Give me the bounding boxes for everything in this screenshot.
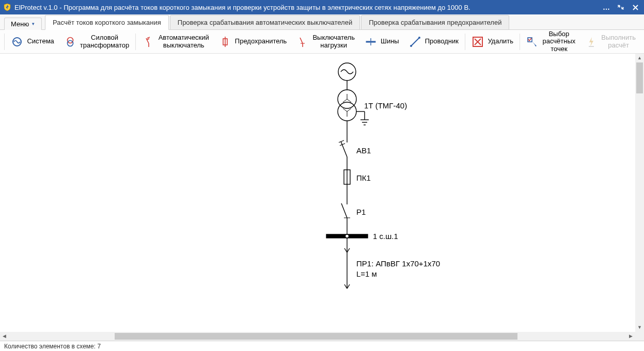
fuse-icon xyxy=(219,36,231,47)
canvas-area: 1Т (ТМГ-40) АВ1 ПК1 Р1 1 с.ш.1 ПР1: АПвВ… xyxy=(0,54,644,341)
maximize-button[interactable] xyxy=(617,4,624,11)
system-icon xyxy=(11,36,23,47)
tool-calc-points-label: Выбор расчётных точек xyxy=(542,30,575,53)
schematic-canvas[interactable]: 1Т (ТМГ-40) АВ1 ПК1 Р1 1 с.ш.1 ПР1: АПвВ… xyxy=(0,54,635,332)
svg-line-13 xyxy=(411,38,419,46)
svg-line-36 xyxy=(341,203,347,218)
label-cable-2: L=1 м xyxy=(356,269,377,278)
tool-run-calc: Выполнить расчёт xyxy=(580,32,641,51)
tool-bus[interactable]: Шины xyxy=(360,34,404,50)
svg-line-8 xyxy=(300,38,303,43)
tool-transformer[interactable]: Силовой трансформатор xyxy=(59,32,134,51)
chevron-down-icon: ▼ xyxy=(31,22,35,26)
tool-system[interactable]: Система xyxy=(6,34,59,50)
scroll-up-arrow[interactable]: ▲ xyxy=(635,54,644,62)
tool-load-switch-label: Выключатель нагрузки xyxy=(312,34,355,49)
menu-button[interactable]: Меню ▼ xyxy=(4,18,42,30)
bus-icon xyxy=(365,36,376,47)
tool-conductor[interactable]: Проводник xyxy=(404,34,464,50)
svg-rect-11 xyxy=(366,41,376,42)
vscroll-thumb[interactable] xyxy=(636,62,643,93)
label-fuse: ПК1 xyxy=(356,173,371,182)
tabs: Расчёт токов короткого замыкания Проверк… xyxy=(45,14,510,29)
window-title: ElProtect v.1.0 - Программа для расчёта … xyxy=(14,4,603,11)
tool-breaker[interactable]: Автоматический выключатель xyxy=(138,32,214,51)
scroll-corner xyxy=(635,332,644,341)
status-text: Количество элементов в схеме: 7 xyxy=(4,343,101,350)
horizontal-scrollbar[interactable]: ◀ ▶ xyxy=(0,332,635,341)
scroll-left-arrow[interactable]: ◀ xyxy=(0,332,9,341)
breaker-icon xyxy=(143,36,154,47)
conductor-icon xyxy=(410,36,421,47)
label-breaker: АВ1 xyxy=(356,146,371,155)
titlebar: ElProtect v.1.0 - Программа для расчёта … xyxy=(0,0,644,14)
tool-calc-points[interactable]: Выбор расчётных точек xyxy=(522,28,580,55)
calc-points-icon xyxy=(527,36,538,47)
tool-bus-label: Шины xyxy=(381,38,399,45)
tool-load-switch[interactable]: Выключатель нагрузки xyxy=(292,32,360,51)
app-icon xyxy=(3,3,11,11)
tool-delete-label: Удалить xyxy=(488,38,513,45)
scroll-right-arrow[interactable]: ▶ xyxy=(626,332,635,341)
svg-point-14 xyxy=(410,45,412,47)
label-bus: 1 с.ш.1 xyxy=(373,232,398,241)
delete-icon xyxy=(472,36,483,47)
menubar: Меню ▼ Расчёт токов короткого замыкания … xyxy=(0,14,644,30)
run-icon xyxy=(586,36,597,47)
status-bar: Количество элементов в схеме: 7 xyxy=(0,341,644,351)
toolbar: Система Силовой трансформатор Автоматиче… xyxy=(0,30,644,54)
close-button[interactable] xyxy=(632,4,639,11)
tool-fuse-label: Предохранитель xyxy=(235,38,287,45)
svg-point-15 xyxy=(418,37,420,39)
tab-breaker-check[interactable]: Проверка срабатывания автоматических вык… xyxy=(170,15,360,30)
tool-breaker-label: Автоматический выключатель xyxy=(159,34,209,49)
load-switch-icon xyxy=(297,36,308,47)
tool-delete[interactable]: Удалить xyxy=(467,34,519,50)
hscroll-thumb[interactable] xyxy=(115,333,517,340)
transformer-icon xyxy=(65,36,76,47)
label-switch: Р1 xyxy=(356,208,366,216)
label-transformer: 1Т (ТМГ-40) xyxy=(364,101,407,110)
minimize-button[interactable]: … xyxy=(603,4,610,11)
label-cable-1: ПР1: АПвВГ 1х70+1х70 xyxy=(356,259,440,268)
tool-system-label: Система xyxy=(27,38,54,45)
tool-conductor-label: Проводник xyxy=(425,38,459,45)
vertical-scrollbar[interactable]: ▲ ▼ xyxy=(635,54,644,332)
tool-run-label: Выполнить расчёт xyxy=(601,34,636,49)
tab-short-circuit[interactable]: Расчёт токов короткого замыкания xyxy=(45,15,169,30)
svg-point-40 xyxy=(345,234,349,238)
tab-fuse-check[interactable]: Проверка срабатывания предохранителей xyxy=(361,15,509,30)
tool-transformer-label: Силовой трансформатор xyxy=(80,34,129,49)
tool-fuse[interactable]: Предохранитель xyxy=(214,34,292,50)
scroll-down-arrow[interactable]: ▼ xyxy=(635,323,644,332)
menu-label: Меню xyxy=(11,20,29,28)
